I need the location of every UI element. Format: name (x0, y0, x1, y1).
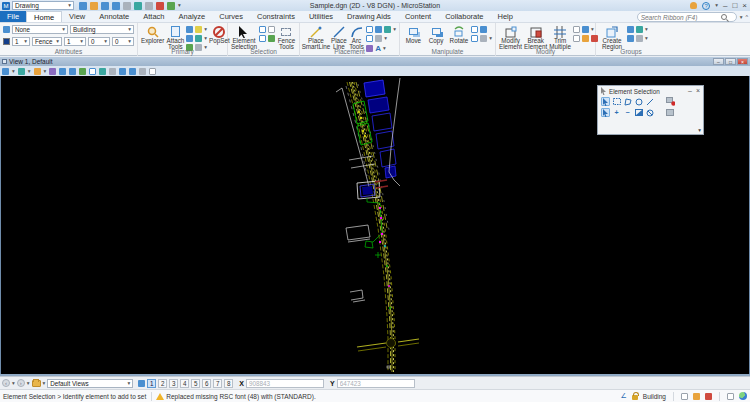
chevron-down-icon[interactable]: ▾ (204, 26, 207, 33)
active-color-swatch[interactable] (3, 38, 10, 45)
add-to-graphic-group-icon[interactable] (627, 26, 634, 33)
trim-multiple-button[interactable]: Trim Multiple (549, 24, 571, 51)
array-icon[interactable] (471, 35, 478, 42)
chevron-down-icon[interactable]: ▾ (393, 26, 396, 33)
dgn-index-icon[interactable] (727, 393, 734, 400)
zoom-in-icon[interactable] (59, 68, 66, 75)
chevron-down-icon[interactable]: ▾ (489, 35, 492, 42)
mode-add-icon[interactable]: + (612, 108, 621, 117)
line-weight-select[interactable]: 1▾ (64, 37, 86, 46)
tab-utilities[interactable]: Utilities (302, 11, 340, 22)
minimize-button[interactable]: – (723, 0, 727, 11)
chevron-down-icon[interactable]: ▾ (28, 68, 31, 75)
place-smartline-button[interactable]: Place SmartLine (303, 24, 329, 51)
view-group-select[interactable]: Default Views ▾ (47, 379, 133, 388)
fence-status-icon[interactable] (693, 393, 700, 400)
help-chevron-icon[interactable]: ▾ (715, 2, 718, 9)
chevron-down-icon[interactable]: ▾ (43, 380, 46, 387)
active-level-status[interactable]: Building (643, 393, 666, 400)
select-all-icon[interactable] (268, 35, 275, 42)
y-coordinate-input[interactable] (337, 379, 415, 388)
clip-volume-icon[interactable] (49, 68, 56, 75)
chevron-down-icon[interactable]: ▾ (645, 35, 648, 42)
mode-new-icon[interactable] (601, 108, 610, 117)
tab-home[interactable]: Home (26, 11, 62, 22)
rotate-button[interactable]: Rotate (449, 24, 470, 44)
chevron-down-icon[interactable]: ▾ (645, 26, 648, 33)
qat-undo-icon[interactable] (134, 2, 142, 10)
chevron-down-icon[interactable]: ▾ (384, 35, 387, 42)
view-restore-button[interactable]: □ (725, 58, 736, 65)
dialog-minimize-button[interactable]: – (687, 86, 693, 96)
ribbon-search-input[interactable] (641, 14, 721, 21)
drop-multiple-icon[interactable] (636, 35, 643, 42)
qat-copy-icon[interactable] (123, 2, 131, 10)
stretch-icon[interactable] (480, 35, 487, 42)
tab-view[interactable]: View (62, 11, 92, 22)
mode-clear-icon[interactable] (645, 108, 654, 117)
select-all-icon[interactable] (666, 108, 675, 117)
select-none-icon[interactable] (268, 26, 275, 33)
tab-collaborate[interactable]: Collaborate (438, 11, 490, 22)
qat-save-settings-icon[interactable] (112, 2, 120, 10)
tab-analyze[interactable]: Analyze (172, 11, 213, 22)
select-by-attributes-icon[interactable] (259, 26, 266, 33)
chevron-down-icon[interactable]: ▾ (44, 68, 47, 75)
group-hole-icon[interactable] (627, 35, 634, 42)
tab-file[interactable]: File (0, 11, 26, 22)
qat-print-icon[interactable] (167, 2, 175, 10)
rotate-view-icon[interactable] (99, 68, 106, 75)
view-toggle-6[interactable]: 6 (202, 379, 211, 388)
copy-view-icon[interactable] (139, 68, 146, 75)
level-display-icon[interactable] (195, 26, 202, 33)
method-circle-icon[interactable] (634, 97, 643, 106)
chamfer-icon[interactable] (573, 35, 580, 42)
message-center-text[interactable]: Replaced missing RSC font (48) with (STA… (166, 393, 315, 400)
tab-curves[interactable]: Curves (212, 11, 250, 22)
tab-help[interactable]: Help (491, 11, 520, 22)
geolocation-icon[interactable] (739, 392, 747, 400)
x-coordinate-input[interactable] (246, 379, 324, 388)
fit-view-icon[interactable] (79, 68, 86, 75)
properties-icon[interactable] (195, 35, 202, 42)
view-toggle-3[interactable]: 3 (169, 379, 178, 388)
drop-element-icon[interactable] (636, 26, 643, 33)
hatch-icon[interactable] (375, 35, 382, 42)
ribbon-collapse-icon[interactable]: ^ (745, 14, 748, 21)
view-minimize-button[interactable]: – (713, 58, 724, 65)
help-icon[interactable]: ? (702, 2, 710, 10)
element-selection-button[interactable]: Element Selection (231, 24, 257, 51)
active-template-select[interactable]: None▾ (12, 25, 68, 34)
ribbon-search[interactable] (637, 12, 737, 22)
align-icon[interactable] (480, 26, 487, 33)
method-individual-icon[interactable] (601, 97, 610, 106)
mode-subtract-icon[interactable]: − (623, 108, 632, 117)
tab-constraints[interactable]: Constraints (250, 11, 302, 22)
qat-save-icon[interactable] (101, 2, 109, 10)
chevron-down-icon[interactable]: ▾ (12, 380, 15, 387)
design-history-icon[interactable] (705, 393, 712, 400)
view-toggle-2[interactable]: 2 (158, 379, 167, 388)
manage-view-groups-icon[interactable] (138, 380, 145, 387)
arc-tools-button[interactable]: Arc Tools (349, 24, 364, 51)
chevron-down-icon[interactable]: ▾ (27, 380, 30, 387)
transparency-select[interactable]: 0▾ (112, 37, 134, 46)
method-line-icon[interactable] (645, 97, 654, 106)
active-level-select[interactable]: Building▾ (70, 25, 134, 34)
view-previous-icon[interactable] (119, 68, 126, 75)
tab-annotate[interactable]: Annotate (92, 11, 136, 22)
view-toggle-8[interactable]: 8 (224, 379, 233, 388)
qat-redo-icon[interactable] (145, 2, 153, 10)
polygon-icon[interactable] (366, 35, 373, 42)
pan-view-icon[interactable] (109, 68, 116, 75)
method-block-icon[interactable] (612, 97, 621, 106)
create-region-button[interactable]: Create Region (599, 24, 625, 51)
view-title-bar[interactable]: View 1, Default – □ × (0, 57, 750, 66)
dialog-expand-chevron-icon[interactable]: ▾ (698, 127, 701, 133)
fence-mode-select[interactable]: Fence▾ (32, 37, 62, 46)
chevron-down-icon[interactable]: ▾ (12, 68, 15, 75)
next-view-button[interactable]: › (17, 379, 25, 387)
change-attributes-icon[interactable] (582, 35, 589, 42)
view-next-icon[interactable] (129, 68, 136, 75)
disable-handles-icon[interactable] (666, 97, 675, 106)
